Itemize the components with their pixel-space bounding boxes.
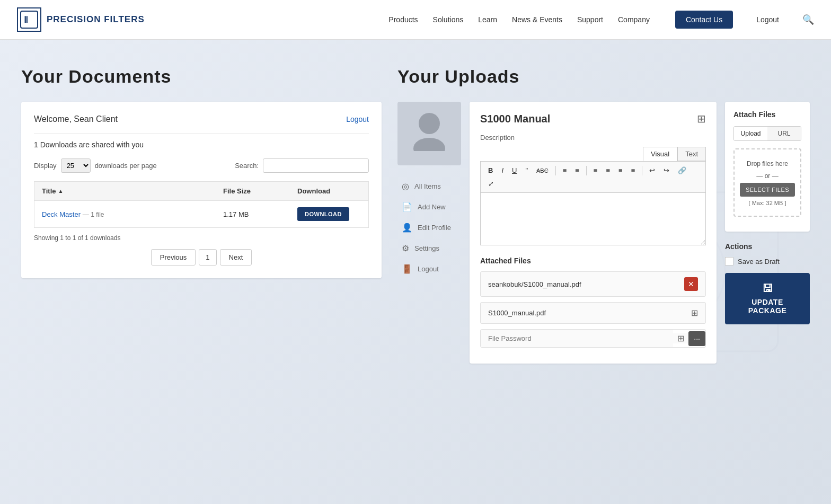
search-row: Search: [235, 158, 369, 173]
tab-visual[interactable]: Visual [643, 147, 677, 161]
previous-button[interactable]: Previous [151, 249, 196, 266]
svg-point-3 [413, 138, 445, 151]
delete-file-button[interactable]: ✕ [684, 277, 698, 291]
file-name: S1000_manual.pdf [488, 309, 546, 317]
sidebar-item-add-new[interactable]: 📄 Add New [397, 197, 461, 217]
add-new-icon: 📄 [402, 202, 412, 212]
or-text: — or — [740, 172, 795, 180]
page-number[interactable]: 1 [199, 249, 216, 266]
bold-button[interactable]: B [485, 165, 496, 176]
welcome-row: Welcome, Sean Client Logout [34, 114, 369, 124]
nav-learn[interactable]: Learn [478, 15, 497, 24]
nav-company[interactable]: Company [618, 15, 650, 24]
search-icon[interactable]: 🔍 [802, 14, 814, 25]
col-download: Download [297, 187, 361, 195]
download-button[interactable]: DOWNLOAD [297, 207, 349, 221]
fullscreen-button[interactable]: ⤢ [485, 178, 497, 189]
justify-button[interactable]: ≡ [628, 165, 639, 176]
sidebar-item-settings[interactable]: ⚙ Settings [397, 238, 461, 259]
attached-label: Attached Files [480, 257, 706, 265]
password-settings-icon[interactable]: ⊞ [677, 333, 684, 343]
file-row: S1000_manual.pdf ⊞ [480, 302, 706, 324]
update-btn-line1: UPDATE [752, 298, 783, 306]
main-nav: Products Solutions Learn News & Events S… [388, 11, 814, 29]
search-label: Search: [235, 162, 259, 170]
select-files-button[interactable]: SELECT FILES [740, 183, 795, 197]
underline-button[interactable]: U [509, 165, 520, 176]
editor-textarea[interactable] [480, 192, 706, 245]
per-page-select[interactable]: 25 10 50 100 [61, 158, 91, 173]
menu-label-edit-profile: Edit Profile [418, 224, 451, 232]
attached-filename: seankobuk/S1000_manual.pdf [488, 280, 581, 288]
toolbar-separator [555, 166, 556, 175]
table-header: Title ▲ File Size Download [34, 181, 369, 201]
file-password-input[interactable] [481, 330, 673, 347]
file-link[interactable]: Deck Master [42, 210, 81, 218]
ul-button[interactable]: ≡ [560, 165, 570, 176]
toolbar-separator-3 [642, 166, 642, 175]
italic-button[interactable]: I [498, 165, 507, 176]
avatar-box [397, 102, 461, 165]
password-icons: ⊞ [673, 333, 688, 343]
save-draft-row: Save as Draft [725, 257, 810, 266]
display-label: Display [34, 162, 57, 170]
drop-zone[interactable]: Drop files here — or — SELECT FILES [ Ma… [733, 148, 801, 217]
documents-card: Welcome, Sean Client Logout 1 Downloads … [21, 102, 382, 278]
header-logout[interactable]: Logout [756, 15, 779, 24]
next-button[interactable]: Next [220, 249, 252, 266]
more-button[interactable]: ··· [688, 331, 705, 346]
download-cell: DOWNLOAD [297, 207, 361, 221]
update-package-button[interactable]: 🖫 UPDATE PACKAGE [725, 273, 810, 324]
table-row: Deck Master — 1 file 1.17 MB DOWNLOAD [34, 201, 369, 228]
nav-support[interactable]: Support [577, 15, 603, 24]
attach-title: Attach Files [733, 110, 801, 119]
password-row: ⊞ ··· [480, 329, 706, 348]
align-center-button[interactable]: ≡ [603, 165, 613, 176]
editor-toolbar: B I U " ABC ≡ ≡ ≡ ≡ ≡ ≡ ↩ [480, 161, 706, 192]
redo-button[interactable]: ↪ [660, 165, 673, 176]
search-input[interactable] [263, 158, 369, 173]
drop-text: Drop files here [740, 159, 795, 169]
svg-rect-0 [21, 11, 38, 28]
nav-solutions[interactable]: Solutions [433, 15, 464, 24]
circle-icon: ◎ [402, 181, 409, 191]
link-button[interactable]: 🔗 [675, 165, 689, 176]
abc-button[interactable]: ABC [533, 166, 552, 175]
logo-area: Ⅱ PRECISION FILTERS [17, 7, 145, 32]
controls-row: Display 25 10 50 100 downloads per page … [34, 158, 369, 173]
align-left-button[interactable]: ≡ [590, 165, 601, 176]
tab-text[interactable]: Text [677, 147, 706, 161]
tab-url[interactable]: URL [767, 127, 801, 140]
svg-point-2 [419, 113, 440, 134]
ol-button[interactable]: ≡ [572, 165, 582, 176]
file-size: 1.17 MB [223, 210, 297, 218]
quote-button[interactable]: " [522, 165, 531, 176]
pagination: Previous 1 Next [34, 249, 369, 266]
sidebar-menu: ◎ All Items 📄 Add New 👤 Edit Profile [397, 176, 461, 279]
save-draft-label: Save as Draft [738, 258, 780, 266]
welcome-text: Welcome, Sean Client [34, 114, 118, 124]
nav-products[interactable]: Products [388, 15, 418, 24]
col-title: Title ▲ [42, 187, 223, 195]
downloads-info: 1 Downloads are shared with you [34, 140, 369, 149]
tab-upload[interactable]: Upload [734, 127, 767, 140]
menu-label-add-new: Add New [418, 203, 446, 211]
undo-button[interactable]: ↩ [646, 165, 658, 176]
upload-url-tabs: Upload URL [733, 126, 801, 141]
contact-button[interactable]: Contact Us [675, 11, 733, 29]
nav-news-events[interactable]: News & Events [512, 15, 562, 24]
file-settings-icon[interactable]: ⊞ [691, 308, 698, 318]
editor-panel: S1000 Manual ⊞ Description Visual Text B… [470, 102, 717, 364]
align-right-button[interactable]: ≡ [615, 165, 626, 176]
visual-text-tabs: Visual Text [480, 147, 706, 161]
sidebar-item-edit-profile[interactable]: 👤 Edit Profile [397, 217, 461, 238]
doc-logout-link[interactable]: Logout [346, 115, 369, 123]
save-draft-checkbox[interactable] [725, 257, 733, 266]
sidebar-item-logout[interactable]: 🚪 Logout [397, 259, 461, 279]
editor-title-row: S1000 Manual ⊞ [480, 112, 706, 125]
sidebar-item-all-items[interactable]: ◎ All Items [397, 176, 461, 197]
title-settings-icon[interactable]: ⊞ [697, 112, 706, 125]
sort-arrow-icon: ▲ [58, 188, 64, 194]
hero-background: Your Documents Welcome, Sean Client Logo… [0, 40, 831, 504]
header: Ⅱ PRECISION FILTERS Products Solutions L… [0, 0, 831, 40]
